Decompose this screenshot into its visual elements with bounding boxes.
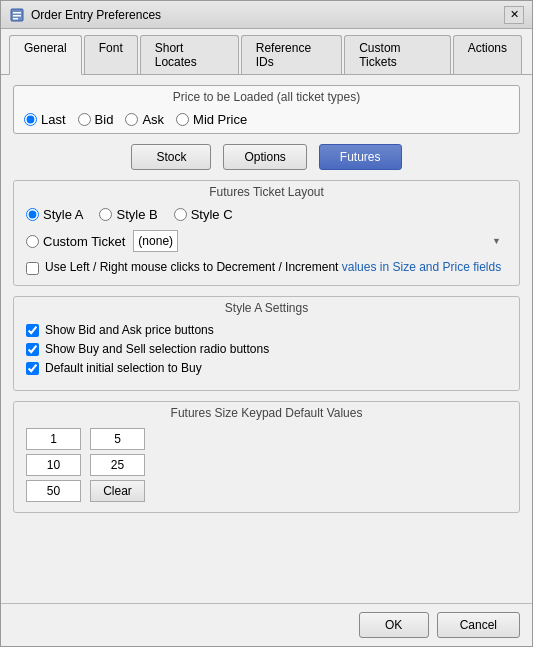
tab-custom-tickets[interactable]: Custom Tickets (344, 35, 450, 74)
custom-ticket-dropdown-wrapper: (none) (133, 230, 507, 252)
keypad-title: Futures Size Keypad Default Values (14, 402, 519, 422)
content-area: Price to be Loaded (all ticket types) La… (1, 75, 532, 603)
window-title: Order Entry Preferences (31, 8, 504, 22)
radio-style-a[interactable]: Style A (26, 207, 83, 222)
keypad-input-25[interactable] (90, 454, 145, 476)
radio-last-label: Last (41, 112, 66, 127)
radio-style-c-input[interactable] (174, 208, 187, 221)
default-buy-label[interactable]: Default initial selection to Buy (45, 361, 202, 375)
footer: OK Cancel (1, 603, 532, 646)
options-button[interactable]: Options (223, 144, 306, 170)
svg-rect-2 (13, 15, 21, 17)
radio-mid-price[interactable]: Mid Price (176, 112, 247, 127)
show-buy-sell-label[interactable]: Show Buy and Sell selection radio button… (45, 342, 269, 356)
keypad-input-10[interactable] (26, 454, 81, 476)
ok-button[interactable]: OK (359, 612, 429, 638)
tab-short-locates[interactable]: Short Locates (140, 35, 239, 74)
custom-ticket-label: Custom Ticket (43, 234, 125, 249)
keypad-input-1[interactable] (26, 428, 81, 450)
price-section: Price to be Loaded (all ticket types) La… (13, 85, 520, 134)
radio-mid-price-input[interactable] (176, 113, 189, 126)
tab-font[interactable]: Font (84, 35, 138, 74)
style-a-title: Style A Settings (14, 297, 519, 317)
show-buy-sell-checkbox[interactable] (26, 343, 39, 356)
radio-ask[interactable]: Ask (125, 112, 164, 127)
mouse-label-text: Use Left / Right mouse clicks to Decreme… (45, 260, 342, 274)
tab-reference-ids[interactable]: Reference IDs (241, 35, 342, 74)
clear-button[interactable]: Clear (90, 480, 145, 502)
tab-general[interactable]: General (9, 35, 82, 75)
svg-rect-3 (13, 18, 18, 20)
radio-bid-label: Bid (95, 112, 114, 127)
stock-button[interactable]: Stock (131, 144, 211, 170)
style-radio-group: Style A Style B Style C (26, 207, 507, 222)
title-bar: Order Entry Preferences ✕ (1, 1, 532, 29)
mouse-label-highlight: values in Size and Price fields (342, 260, 501, 274)
radio-mid-price-label: Mid Price (193, 112, 247, 127)
radio-style-b[interactable]: Style B (99, 207, 157, 222)
radio-style-c[interactable]: Style C (174, 207, 233, 222)
keypad-section: Futures Size Keypad Default Values Clear (13, 401, 520, 513)
keypad-empty-3 (154, 480, 214, 502)
check-show-bid-ask: Show Bid and Ask price buttons (26, 323, 507, 337)
mouse-checkbox-label[interactable]: Use Left / Right mouse clicks to Decreme… (45, 260, 501, 274)
check-default-buy: Default initial selection to Buy (26, 361, 507, 375)
keypad-empty-2 (154, 454, 214, 476)
radio-last[interactable]: Last (24, 112, 66, 127)
mouse-checkbox-row: Use Left / Right mouse clicks to Decreme… (26, 260, 507, 275)
show-bid-ask-label[interactable]: Show Bid and Ask price buttons (45, 323, 214, 337)
futures-layout-content: Style A Style B Style C Custom (14, 201, 519, 285)
ticket-type-buttons: Stock Options Futures (13, 144, 520, 170)
price-section-title: Price to be Loaded (all ticket types) (14, 86, 519, 106)
tabs-bar: General Font Short Locates Reference IDs… (1, 29, 532, 75)
radio-style-b-input[interactable] (99, 208, 112, 221)
tab-actions[interactable]: Actions (453, 35, 522, 74)
mouse-checkbox[interactable] (26, 262, 39, 275)
futures-layout-title: Futures Ticket Layout (14, 181, 519, 201)
close-button[interactable]: ✕ (504, 6, 524, 24)
check-show-buy-sell: Show Buy and Sell selection radio button… (26, 342, 507, 356)
custom-ticket-row: Custom Ticket (none) (26, 230, 507, 252)
radio-custom-ticket[interactable]: Custom Ticket (26, 234, 125, 249)
keypad-grid: Clear (26, 428, 507, 502)
radio-custom-ticket-input[interactable] (26, 235, 39, 248)
svg-rect-1 (13, 12, 21, 14)
keypad-input-5[interactable] (90, 428, 145, 450)
cancel-button[interactable]: Cancel (437, 612, 520, 638)
radio-ask-label: Ask (142, 112, 164, 127)
default-buy-checkbox[interactable] (26, 362, 39, 375)
radio-style-a-input[interactable] (26, 208, 39, 221)
futures-layout-section: Futures Ticket Layout Style A Style B St… (13, 180, 520, 286)
radio-bid-input[interactable] (78, 113, 91, 126)
show-bid-ask-checkbox[interactable] (26, 324, 39, 337)
price-radio-group: Last Bid Ask Mid Price (14, 106, 519, 133)
radio-bid[interactable]: Bid (78, 112, 114, 127)
keypad-input-50[interactable] (26, 480, 81, 502)
radio-style-c-label: Style C (191, 207, 233, 222)
style-a-content: Show Bid and Ask price buttons Show Buy … (14, 317, 519, 390)
keypad-content: Clear (14, 422, 519, 512)
radio-last-input[interactable] (24, 113, 37, 126)
keypad-empty-1 (154, 428, 214, 450)
style-a-section: Style A Settings Show Bid and Ask price … (13, 296, 520, 391)
radio-style-a-label: Style A (43, 207, 83, 222)
radio-style-b-label: Style B (116, 207, 157, 222)
window-icon (9, 7, 25, 23)
main-window: Order Entry Preferences ✕ General Font S… (0, 0, 533, 647)
radio-ask-input[interactable] (125, 113, 138, 126)
custom-ticket-dropdown[interactable]: (none) (133, 230, 178, 252)
futures-button[interactable]: Futures (319, 144, 402, 170)
